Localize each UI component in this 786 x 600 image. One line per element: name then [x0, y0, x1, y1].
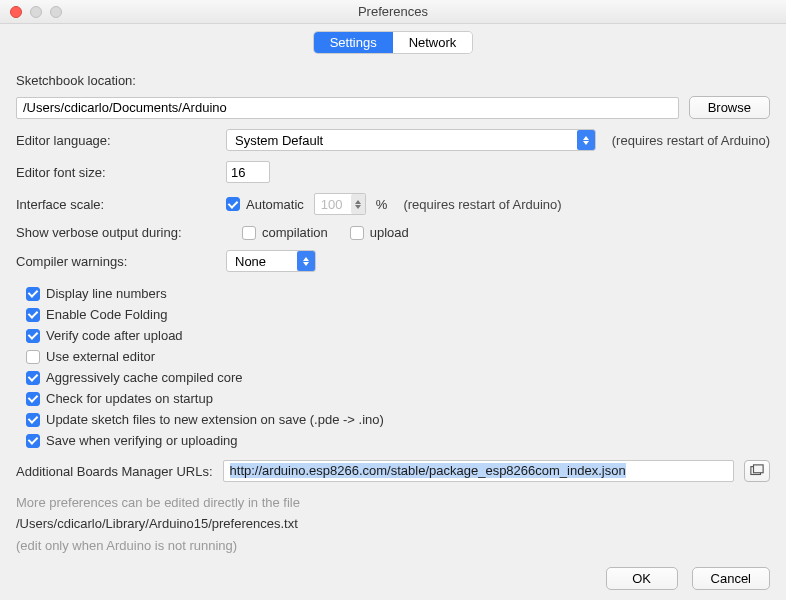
- use-external-editor-checkbox[interactable]: Use external editor: [26, 349, 770, 364]
- tab-network[interactable]: Network: [393, 32, 473, 53]
- window-minimize-button[interactable]: [30, 6, 42, 18]
- checkbox-icon: [26, 350, 40, 364]
- window-zoom-button[interactable]: [50, 6, 62, 18]
- ok-button[interactable]: OK: [606, 567, 678, 590]
- checkbox-icon: [26, 308, 40, 322]
- display-line-numbers-checkbox[interactable]: Display line numbers: [26, 286, 770, 301]
- interface-scale-hint: (requires restart of Arduino): [403, 197, 561, 212]
- verify-code-after-upload-checkbox[interactable]: Verify code after upload: [26, 328, 770, 343]
- checkbox-icon: [242, 226, 256, 240]
- window-title: Preferences: [358, 4, 428, 19]
- edit-only-when-not-running-hint: (edit only when Arduino is not running): [16, 535, 770, 556]
- editor-language-select[interactable]: System Default: [226, 129, 596, 151]
- sketchbook-location-input[interactable]: [16, 97, 679, 119]
- verbose-compilation-checkbox[interactable]: compilation: [242, 225, 328, 240]
- more-preferences-hint: More preferences can be edited directly …: [16, 492, 770, 513]
- interface-scale-automatic-checkbox[interactable]: Automatic: [226, 197, 304, 212]
- verbose-upload-label: upload: [370, 225, 409, 240]
- preferences-file-path: /Users/cdicarlo/Library/Arduino15/prefer…: [16, 513, 770, 534]
- cancel-button[interactable]: Cancel: [692, 567, 770, 590]
- checkbox-icon: [350, 226, 364, 240]
- checkbox-icon: [26, 287, 40, 301]
- interface-scale-automatic-label: Automatic: [246, 197, 304, 212]
- tab-settings[interactable]: Settings: [314, 32, 393, 53]
- checkbox-icon: [26, 434, 40, 448]
- checkbox-icon: [26, 413, 40, 427]
- interface-scale-label: Interface scale:: [16, 197, 216, 212]
- editor-font-size-input[interactable]: [226, 161, 270, 183]
- update-sketch-extension-checkbox[interactable]: Update sketch files to new extension on …: [26, 412, 770, 427]
- window-close-button[interactable]: [10, 6, 22, 18]
- checkbox-icon: [226, 197, 240, 211]
- titlebar: Preferences: [0, 0, 786, 24]
- percent-label: %: [376, 197, 388, 212]
- enable-code-folding-checkbox[interactable]: Enable Code Folding: [26, 307, 770, 322]
- editor-font-size-label: Editor font size:: [16, 165, 216, 180]
- additional-boards-edit-button[interactable]: [744, 460, 770, 482]
- verbose-upload-checkbox[interactable]: upload: [350, 225, 409, 240]
- interface-scale-stepper[interactable]: [314, 193, 366, 215]
- additional-boards-url-input[interactable]: http://arduino.esp8266.com/stable/packag…: [223, 460, 734, 482]
- aggressively-cache-checkbox[interactable]: Aggressively cache compiled core: [26, 370, 770, 385]
- tab-bar: Settings Network: [0, 24, 786, 57]
- check-updates-checkbox[interactable]: Check for updates on startup: [26, 391, 770, 406]
- browse-button[interactable]: Browse: [689, 96, 770, 119]
- save-when-verifying-checkbox[interactable]: Save when verifying or uploading: [26, 433, 770, 448]
- window-list-icon: [750, 464, 764, 478]
- verbose-output-label: Show verbose output during:: [16, 225, 232, 240]
- checkbox-icon: [26, 371, 40, 385]
- additional-boards-label: Additional Boards Manager URLs:: [16, 464, 213, 479]
- checkbox-icon: [26, 392, 40, 406]
- editor-language-label: Editor language:: [16, 133, 216, 148]
- verbose-compilation-label: compilation: [262, 225, 328, 240]
- compiler-warnings-label: Compiler warnings:: [16, 254, 216, 269]
- svg-rect-1: [754, 465, 764, 473]
- checkbox-icon: [26, 329, 40, 343]
- compiler-warnings-select[interactable]: None: [226, 250, 316, 272]
- sketchbook-location-label: Sketchbook location:: [16, 73, 136, 88]
- editor-language-hint: (requires restart of Arduino): [612, 133, 770, 148]
